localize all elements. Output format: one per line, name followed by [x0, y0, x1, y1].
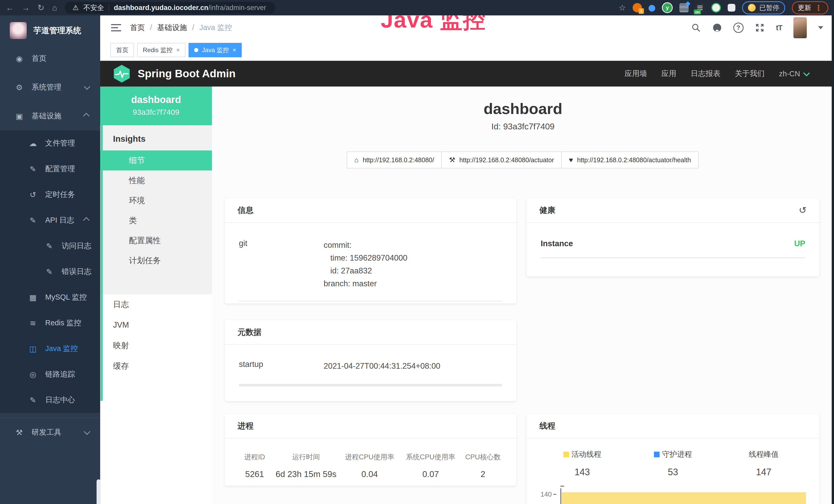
sba-nav-wall[interactable]: 应用墙 — [625, 69, 647, 79]
tab-java[interactable]: Java 监控 × — [189, 43, 242, 57]
health-url-button[interactable]: ♥ http://192.168.0.2:48080/actuator/heal… — [561, 152, 699, 168]
grid-extension-icon[interactable] — [679, 3, 688, 12]
pin-extension-icon[interactable] — [649, 5, 655, 12]
paused-badge[interactable]: 已暂停 — [742, 1, 785, 15]
sidebar-item-system[interactable]: ⚙ 系统管理 — [0, 73, 100, 102]
home-icon: ◉ — [14, 54, 24, 63]
info-card: 信息 git commit: time: 1596289704000 id: 2… — [225, 198, 516, 303]
font-size-icon[interactable]: tT — [776, 23, 782, 32]
service-url-button[interactable]: ⌂ http://192.168.0.2:48080/ — [347, 152, 442, 168]
tab-home[interactable]: 首页 — [110, 43, 134, 57]
legend-value: 53 — [628, 467, 718, 478]
extension-icon[interactable]: 1 — [633, 3, 642, 12]
tab-label: Redis 监控 — [143, 46, 173, 54]
app-main: 首页 / 基础设施 / Java 监控 ? — [100, 16, 834, 504]
sidebar-item-label: 文件管理 — [45, 138, 75, 148]
address-bar[interactable]: ⚠ 不安全 dashboard.yudao.iocoder.cn/infra/a… — [65, 2, 275, 14]
sba-instance-header: dashboard 93a3fc7f7409 — [100, 87, 212, 125]
sba-item-logs[interactable]: 日志 — [100, 294, 212, 315]
breadcrumb-infra[interactable]: 基础设施 — [157, 23, 187, 33]
sidebar-item-label: 配置管理 — [45, 164, 75, 174]
sba-nav-about[interactable]: 关于我们 — [735, 69, 765, 79]
github-icon[interactable] — [712, 23, 722, 32]
sba-item-metrics[interactable]: 性能 — [100, 170, 212, 190]
home-icon: ⌂ — [354, 156, 358, 164]
browser-forward-icon[interactable]: → — [22, 4, 30, 12]
sba-item-environment[interactable]: 环境 — [100, 190, 212, 210]
sidebar-scrollbar[interactable] — [96, 479, 101, 504]
sidebar-item-error-log[interactable]: ✎ 错误日志 — [0, 259, 100, 284]
axis-cap — [561, 486, 564, 486]
legend-label: 线程峰值 — [749, 449, 778, 460]
history-icon: ↺ — [28, 190, 38, 199]
sidebar-item-config[interactable]: ✎ 配置管理 — [0, 156, 100, 182]
collapse-sidebar-icon[interactable] — [111, 24, 121, 31]
divider — [109, 4, 109, 11]
sidebar-item-api-log[interactable]: ✎ API 日志 — [0, 207, 100, 233]
actuator-url-button[interactable]: ⚒ http://192.168.0.2:48080/actuator — [441, 152, 562, 168]
close-icon[interactable]: × — [233, 46, 236, 54]
sba-item-jvm[interactable]: JVM — [100, 315, 212, 335]
card-header: 健康 ↺ — [527, 198, 819, 223]
sba-locale-select[interactable]: zh-CN — [779, 70, 808, 78]
sidebar-item-redis[interactable]: ≋ Redis 监控 — [0, 310, 100, 336]
y-tick-label: 140 — [541, 490, 552, 498]
sidebar-item-java[interactable]: ◫ Java 监控 — [0, 336, 100, 362]
log-icon: ✎ — [28, 396, 38, 405]
close-icon[interactable]: × — [176, 46, 180, 54]
app-title: 芋道管理系统 — [34, 25, 81, 36]
user-menu-caret-icon[interactable] — [818, 26, 823, 29]
sidebar-item-devtools[interactable]: ⚒ 研发工具 — [0, 417, 100, 447]
help-icon[interactable]: ? — [733, 23, 744, 33]
browser-refresh-icon[interactable]: ↻ — [38, 4, 44, 12]
chevron-up-icon — [83, 113, 89, 119]
sidebar-item-home[interactable]: ◉ 首页 — [0, 44, 100, 73]
horizontal-scrollbar[interactable] — [239, 384, 502, 386]
browser-back-icon[interactable]: ← — [6, 4, 14, 12]
emoji-face-icon — [748, 4, 756, 12]
sidebar-item-job[interactable]: ↺ 定时任务 — [0, 182, 100, 207]
puzzle-extension-icon[interactable] — [728, 4, 736, 12]
security-label: 不安全 — [83, 3, 104, 12]
sidebar-item-trace[interactable]: ◎ 链路追踪 — [0, 362, 100, 387]
sba-item-details[interactable]: 细节 — [100, 151, 212, 170]
update-button[interactable]: 更新 ⋮ — [792, 1, 828, 15]
sidebar-item-access-log[interactable]: ✎ 访问日志 — [0, 233, 100, 259]
legend-item: 线程峰值 147 — [719, 449, 809, 478]
sba-brand[interactable]: Spring Boot Admin — [138, 68, 236, 80]
sba-item-mappings[interactable]: 映射 — [100, 335, 212, 356]
magnifier-extension-icon[interactable] — [711, 3, 721, 13]
sba-item-label: 日志 — [113, 299, 129, 310]
card-body: 活动线程 143 守护进程 53 — [527, 438, 819, 504]
sba-nav-applications[interactable]: 应用 — [661, 69, 676, 79]
sba-item-classes[interactable]: 类 — [100, 210, 212, 231]
switch-extension-icon[interactable]: on — [695, 3, 705, 12]
sba-nav-journal[interactable]: 日志报表 — [691, 69, 721, 79]
sidebar-item-mysql[interactable]: ▦ MySQL 监控 — [0, 284, 100, 310]
page-id: Id: 93a3fc7f7409 — [212, 122, 834, 132]
scrollbar-thumb[interactable] — [101, 90, 103, 401]
browser-menu-icon[interactable]: ⋮ — [815, 3, 822, 12]
sidebar-item-label: API 日志 — [45, 215, 74, 225]
history-icon[interactable]: ↺ — [799, 205, 807, 216]
y-extension-icon[interactable]: y — [662, 2, 673, 13]
sba-item-scheduled[interactable]: 计划任务 — [100, 251, 212, 271]
app-logo-row: 芋道管理系统 — [0, 16, 100, 44]
breadcrumb-home[interactable]: 首页 — [130, 23, 145, 33]
tab-redis[interactable]: Redis 监控 × — [137, 43, 185, 57]
sidebar-item-infra[interactable]: ▣ 基础设施 — [0, 102, 100, 131]
info-key: git — [239, 239, 324, 290]
sba-item-configprops[interactable]: 配置属性 — [100, 231, 212, 251]
sidebar-item-log-center[interactable]: ✎ 日志中心 — [0, 387, 100, 413]
bookmark-star-icon[interactable]: ☆ — [618, 3, 626, 13]
sidebar-item-label: 错误日志 — [62, 267, 91, 277]
fullscreen-icon[interactable] — [755, 23, 765, 32]
search-icon[interactable] — [691, 23, 701, 32]
legend-swatch-blue — [654, 452, 660, 457]
page-scrollbar[interactable] — [832, 16, 834, 504]
sba-item-caches[interactable]: 缓存 — [100, 356, 212, 376]
browser-home-icon[interactable]: ⌂ — [52, 4, 57, 12]
sidebar-item-label: 系统管理 — [31, 82, 61, 92]
sidebar-item-file[interactable]: ☁ 文件管理 — [0, 131, 100, 156]
user-avatar[interactable] — [793, 17, 807, 38]
